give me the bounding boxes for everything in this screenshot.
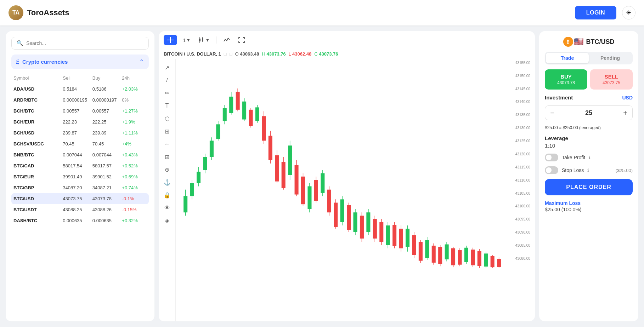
tab-pending[interactable]: Pending xyxy=(589,53,632,63)
sell-cell: 0.007044 xyxy=(63,152,92,157)
node-tool[interactable]: ⬡ xyxy=(162,113,173,124)
sell-button[interactable]: SELL 43073.75 xyxy=(590,69,633,90)
crypto-icon: ₿ xyxy=(16,58,19,65)
svg-text:43110.00: 43110.00 xyxy=(515,178,531,182)
change-cell: 0% xyxy=(122,97,147,103)
svg-text:43085.00: 43085.00 xyxy=(515,243,531,247)
chart-area: 1 ▾ ▾ xyxy=(159,31,535,321)
buy-button[interactable]: BUY 43073.78 xyxy=(545,69,587,90)
table-row[interactable]: BCH/EUR 222.23 222.25 +1.9% xyxy=(11,116,149,127)
take-profit-toggle[interactable] xyxy=(545,154,558,161)
take-profit-label: Take Profit xyxy=(562,155,585,160)
symbol-cell: BCH/EUR xyxy=(13,119,63,125)
pen-tool[interactable]: ✏ xyxy=(162,87,173,99)
sell-cell: 43088.25 xyxy=(63,207,92,212)
svg-rect-79 xyxy=(360,216,364,239)
stop-loss-info-icon[interactable]: ℹ xyxy=(587,168,589,173)
svg-rect-111 xyxy=(464,248,468,262)
zoom-tool[interactable]: ⊕ xyxy=(162,164,173,175)
layers-tool[interactable]: ◈ xyxy=(162,215,173,226)
text-tool[interactable]: T xyxy=(162,100,173,111)
svg-text:43140.00: 43140.00 xyxy=(515,100,531,104)
take-profit-info-icon[interactable]: ℹ xyxy=(589,155,591,160)
table-row[interactable]: BTC/USDT 43088.25 43088.26 -0.15% xyxy=(11,204,149,215)
svg-rect-35 xyxy=(216,124,220,139)
buy-cell: 0.007044 xyxy=(92,152,122,157)
table-row[interactable]: BCH/BTC 0.00557 0.00557 +1.27% xyxy=(11,105,149,116)
svg-rect-5 xyxy=(202,38,203,41)
lock-tool[interactable]: 🔒 xyxy=(162,189,173,201)
indicators-button[interactable] xyxy=(221,36,233,44)
svg-rect-75 xyxy=(347,205,351,230)
line-tool[interactable]: / xyxy=(162,75,173,86)
back-btn[interactable]: ← xyxy=(162,138,173,150)
tab-trade[interactable]: Trade xyxy=(546,53,589,63)
stepper-minus-button[interactable]: − xyxy=(547,107,558,119)
svg-text:43090.00: 43090.00 xyxy=(515,230,531,234)
table-row[interactable]: BNB/BTC 0.007044 0.007044 +0.43% xyxy=(11,149,149,160)
take-profit-row: Take Profit ℹ xyxy=(545,154,633,161)
buy-cell: 0.000635 xyxy=(92,218,122,223)
eye-tool[interactable]: 👁 xyxy=(162,202,173,213)
interval-selector[interactable]: 1 ▾ xyxy=(180,35,193,45)
change-cell: +1.9% xyxy=(122,119,147,125)
ohlc-l: L 43062.48 xyxy=(289,51,312,57)
svg-rect-45 xyxy=(249,110,253,126)
indicator-tool[interactable]: ⊞ xyxy=(162,151,173,162)
table-row[interactable]: DASH/BTC 0.000635 0.000635 +0.32% xyxy=(11,215,149,226)
svg-text:43150.00: 43150.00 xyxy=(515,74,531,78)
max-loss-label: Maximum Loss xyxy=(545,200,633,206)
svg-text:43135.00: 43135.00 xyxy=(515,113,531,117)
change-cell: +1.27% xyxy=(122,108,147,114)
grid-tool[interactable]: ⊞ xyxy=(162,126,173,137)
svg-rect-71 xyxy=(334,203,338,227)
search-input[interactable] xyxy=(26,40,143,46)
table-row[interactable]: ADA/USD 0.5184 0.5186 +2.03% xyxy=(11,84,149,94)
stepper-plus-button[interactable]: + xyxy=(620,107,631,119)
svg-rect-57 xyxy=(288,145,292,175)
svg-rect-107 xyxy=(451,248,455,265)
sell-cell: 58017.54 xyxy=(63,163,92,168)
separator xyxy=(216,36,216,44)
svg-rect-27 xyxy=(190,183,194,196)
stop-loss-label: Stop Loss xyxy=(562,167,584,173)
svg-rect-67 xyxy=(321,173,324,193)
leverage-value: 1:10 xyxy=(545,143,633,149)
sell-cell: 0.000635 xyxy=(63,218,92,223)
svg-rect-69 xyxy=(327,190,331,213)
buy-cell: 58017.57 xyxy=(92,163,122,168)
symbol-cell: BCH/BTC xyxy=(13,108,63,114)
theme-toggle-button[interactable]: ☀ xyxy=(622,6,635,19)
btc-icon: ₿ xyxy=(563,37,573,47)
change-cell: +0.74% xyxy=(122,185,147,190)
sell-cell: 0.00557 xyxy=(63,108,92,114)
theme-icon: ☀ xyxy=(626,9,632,17)
ohlc-o: O 43063.48 xyxy=(235,51,259,57)
login-button[interactable]: LOGIN xyxy=(575,6,616,19)
crosshair-button[interactable] xyxy=(164,35,177,45)
fullscreen-button[interactable] xyxy=(236,36,248,44)
place-order-button[interactable]: PLACE ORDER xyxy=(545,179,633,195)
stop-loss-toggle[interactable] xyxy=(545,166,558,174)
header: TA ToroAssets LOGIN ☀ xyxy=(0,0,644,25)
table-row[interactable]: BTC/CAD 58017.54 58017.57 +0.52% xyxy=(11,160,149,171)
trade-tabs: Trade Pending xyxy=(545,52,633,64)
chart-wrapper: ↗ / ✏ T ⬡ ⊞ ← ⊞ ⊕ ⚓ 🔒 👁 ◈ 43155.00 43150… xyxy=(159,59,535,321)
max-loss-value: $25.00 (100.0%) xyxy=(545,207,633,212)
chevron-up-icon[interactable]: ⌃ xyxy=(139,58,144,65)
arrow-tool[interactable]: ↗ xyxy=(162,62,173,73)
table-row[interactable]: BTC/EUR 39901.49 39901.52 +0.69% xyxy=(11,171,149,182)
table-row[interactable]: BTC/USD 43073.75 43073.78 -0.1% xyxy=(11,193,149,204)
svg-rect-33 xyxy=(210,140,214,157)
table-row[interactable]: BCH/USD 239.87 239.89 +1.11% xyxy=(11,127,149,138)
table-row[interactable]: BCHSV/USDC 70.45 70.45 +4% xyxy=(11,138,149,149)
table-row[interactable]: BTC/GBP 34087.20 34087.21 +0.74% xyxy=(11,182,149,193)
svg-rect-113 xyxy=(471,249,475,265)
change-cell: -0.15% xyxy=(122,207,147,212)
table-row[interactable]: ARDR/BTC 0.00000195 0.00000197 0% xyxy=(11,94,149,105)
buy-price: 43073.78 xyxy=(557,80,575,85)
candle-type-button[interactable]: ▾ xyxy=(196,35,212,45)
anchor-tool[interactable]: ⚓ xyxy=(162,177,173,188)
logo-text: ToroAssets xyxy=(27,8,69,17)
sell-cell: 239.87 xyxy=(63,130,92,136)
